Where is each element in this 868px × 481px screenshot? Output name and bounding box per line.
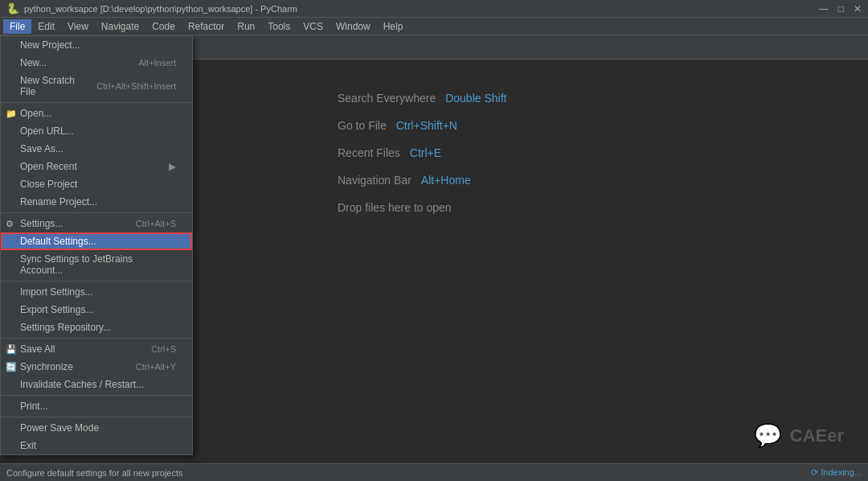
menu-item-label: New Project... — [20, 39, 80, 51]
minimize-button[interactable]: — — [819, 3, 829, 14]
menu-divider-18 — [1, 338, 192, 339]
menu-tools[interactable]: Tools — [261, 19, 297, 34]
file-menu-item-synchronize[interactable]: 🔄SynchronizeCtrl+Alt+Y — [1, 358, 192, 376]
menu-divider-3 — [1, 102, 192, 103]
file-menu-item-settings-repository---[interactable]: Settings Repository... — [1, 319, 192, 336]
menu-file[interactable]: File — [3, 19, 31, 34]
hint-search-key: Double Shift — [445, 92, 506, 105]
menu-item-label: Exit — [20, 440, 36, 451]
file-menu-item-default-settings---[interactable]: Default Settings... — [1, 232, 192, 250]
menu-item-label: Save All — [20, 343, 55, 355]
menu-item-label: Open URL... — [20, 125, 74, 137]
menu-item-label: Synchronize — [20, 361, 73, 372]
menu-item-icon: 📁 — [6, 109, 17, 119]
watermark: 💬 CAEer — [754, 422, 844, 449]
file-menu-item-new-project---[interactable]: New Project... — [1, 36, 192, 54]
menu-help[interactable]: Help — [377, 19, 410, 34]
submenu-arrow-icon: ▶ — [169, 161, 176, 172]
menu-item-shortcut: Ctrl+S — [151, 344, 176, 354]
menu-item-shortcut: Ctrl+Alt+Y — [136, 362, 176, 372]
file-menu-item-new---[interactable]: New...Alt+Insert — [1, 54, 192, 72]
menu-code[interactable]: Code — [145, 19, 182, 34]
menu-item-label: New Scratch File — [20, 75, 80, 97]
menu-divider-14 — [1, 281, 192, 282]
window-controls: — □ ✕ — [819, 3, 862, 14]
menu-bar: FileEditViewNavigateCodeRefactorRunTools… — [0, 18, 868, 35]
hint-recent-key: Ctrl+E — [410, 146, 441, 159]
menu-view[interactable]: View — [61, 19, 95, 34]
close-button[interactable]: ✕ — [854, 3, 862, 14]
menu-run[interactable]: Run — [231, 19, 261, 34]
file-menu-item-open-recent[interactable]: Open Recent▶ — [1, 158, 192, 175]
file-menu-item-settings---[interactable]: ⚙Settings...Ctrl+Alt+S — [1, 215, 192, 232]
status-bar: Configure default settings for all new p… — [0, 463, 868, 481]
menu-item-label: Export Settings... — [20, 304, 93, 315]
menu-divider-24 — [1, 417, 192, 417]
menu-item-label: Save As... — [20, 143, 63, 154]
menu-item-label: Rename Project... — [20, 196, 97, 208]
menu-navigate[interactable]: Navigate — [95, 19, 145, 34]
file-menu-item-save-all[interactable]: 💾Save AllCtrl+S — [1, 340, 192, 358]
menu-vcs[interactable]: VCS — [297, 19, 330, 34]
menu-item-label: Close Project — [20, 179, 77, 190]
menu-item-label: Settings Repository... — [20, 322, 111, 333]
menu-divider-22 — [1, 395, 192, 396]
hint-goto: Go to File Ctrl+Shift+N — [338, 119, 530, 132]
status-message: Configure default settings for all new p… — [6, 468, 183, 478]
hint-drop: Drop files here to open — [338, 201, 530, 214]
hint-navbar: Navigation Bar Alt+Home — [338, 174, 530, 187]
file-menu-item-print---[interactable]: Print... — [1, 397, 192, 415]
indexing-status: ⟳ Indexing... — [811, 467, 862, 478]
hint-recent: Recent Files Ctrl+E — [338, 146, 530, 159]
title-bar: 🐍 python_worksapce [D:\develop\python\py… — [0, 0, 868, 18]
maximize-button[interactable]: □ — [838, 3, 844, 14]
menu-refactor[interactable]: Refactor — [182, 19, 231, 34]
file-menu-dropdown: New Project...New...Alt+InsertNew Scratc… — [0, 35, 193, 455]
menu-divider-10 — [1, 212, 192, 213]
menu-item-label: Settings... — [20, 218, 63, 229]
menu-item-label: Print... — [20, 401, 48, 412]
menu-item-shortcut: Alt+Insert — [138, 58, 176, 68]
menu-item-icon: ⚙ — [6, 219, 14, 229]
file-menu-item-close-project[interactable]: Close Project — [1, 175, 192, 193]
menu-item-shortcut: Ctrl+Alt+Shift+Insert — [96, 81, 176, 91]
window-title: python_worksapce [D:\develop\python\pyth… — [24, 4, 819, 14]
file-menu-item-save-as---[interactable]: Save As... — [1, 140, 192, 158]
watermark-text: CAEer — [790, 426, 844, 446]
app-icon: 🐍 — [6, 2, 19, 14]
file-menu-item-rename-project---[interactable]: Rename Project... — [1, 193, 192, 211]
file-menu-item-open---[interactable]: 📁Open... — [1, 105, 192, 122]
file-menu-item-import-settings---[interactable]: Import Settings... — [1, 283, 192, 301]
menu-item-icon: 💾 — [6, 344, 17, 355]
hint-navbar-key: Alt+Home — [421, 174, 471, 187]
menu-window[interactable]: Window — [330, 19, 377, 34]
file-menu-item-export-settings---[interactable]: Export Settings... — [1, 301, 192, 319]
file-menu-item-new-scratch-file[interactable]: New Scratch FileCtrl+Alt+Shift+Insert — [1, 72, 192, 101]
menu-item-label: New... — [20, 57, 47, 68]
menu-edit[interactable]: Edit — [31, 19, 61, 34]
hint-recent-label: Recent Files — [338, 146, 400, 159]
file-menu-item-exit[interactable]: Exit — [1, 437, 192, 454]
file-menu-item-open-url---[interactable]: Open URL... — [1, 122, 192, 140]
menu-item-shortcut: Ctrl+Alt+S — [136, 219, 176, 228]
menu-item-label: Power Save Mode — [20, 422, 99, 434]
file-menu-item-sync-settings-to-jetbrains-account---[interactable]: Sync Settings to JetBrains Account... — [1, 250, 192, 279]
menu-item-label: Default Settings... — [20, 236, 96, 247]
file-menu-item-invalidate-caches---restart---[interactable]: Invalidate Caches / Restart... — [1, 376, 192, 393]
menu-item-label: Import Settings... — [20, 286, 93, 298]
file-menu-item-power-save-mode[interactable]: Power Save Mode — [1, 419, 192, 437]
hint-navbar-label: Navigation Bar — [338, 174, 411, 187]
hint-search-label: Search Everywhere — [338, 92, 436, 105]
wechat-icon: 💬 — [754, 422, 782, 449]
menu-item-icon: 🔄 — [6, 362, 17, 372]
status-left: Configure default settings for all new p… — [6, 468, 183, 478]
menu-item-label: Open Recent — [20, 161, 77, 172]
menu-item-label: Open... — [20, 108, 51, 119]
menu-item-label: Sync Settings to JetBrains Account... — [20, 253, 176, 276]
status-right: ⟳ Indexing... — [811, 467, 862, 478]
hint-goto-key: Ctrl+Shift+N — [396, 119, 457, 132]
menu-item-label: Invalidate Caches / Restart... — [20, 379, 144, 390]
hint-drop-label: Drop files here to open — [338, 201, 452, 214]
hint-goto-label: Go to File — [338, 119, 387, 132]
hint-search: Search Everywhere Double Shift — [338, 92, 530, 105]
